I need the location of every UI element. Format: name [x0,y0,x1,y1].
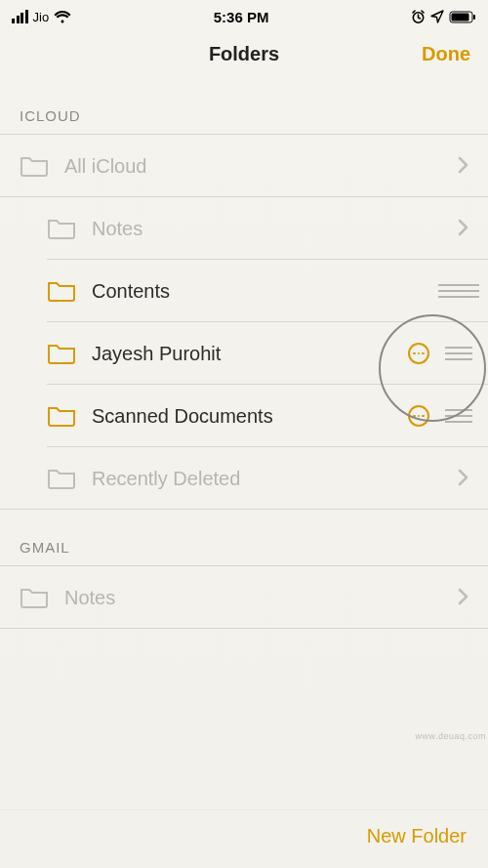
carrier-label: Jio [33,10,50,24]
status-left: Jio [12,10,71,24]
folder-label: Scanned Documents [92,405,408,428]
section-header-icloud: ICLOUD [0,78,488,135]
chevron-right-icon [453,152,472,180]
more-options-icon[interactable] [408,405,429,427]
folder-icon [47,342,76,365]
folder-icon [47,467,76,490]
page-title: Folders [209,43,279,65]
chevron-right-icon [453,465,472,492]
status-bar: Jio 5:36 PM [0,0,488,29]
folder-row-scanned[interactable]: Scanned Documents [0,385,488,447]
svg-rect-2 [451,13,468,21]
drag-handle-icon[interactable] [445,409,472,423]
chevron-right-icon [453,215,472,242]
gmail-folder-list: Notes [0,566,488,629]
folder-icon [20,154,49,178]
folder-label: Recently Deleted [92,468,453,490]
folder-row-contents[interactable]: Contents [0,260,488,322]
new-folder-button[interactable]: New Folder [367,825,467,847]
folder-label: Contents [92,280,445,303]
watermark: www.deuaq.com [415,731,486,741]
folder-icon [47,404,76,428]
icloud-folder-list: All iCloud Notes Con [0,135,488,510]
done-button[interactable]: Done [422,43,470,65]
section-header-gmail: GMAIL [0,510,488,566]
folder-row-notes-icloud[interactable]: Notes [0,197,488,260]
folder-label: Jayesh Purohit [92,343,408,365]
bottom-toolbar: New Folder [0,809,488,868]
folder-icon [47,217,76,240]
folder-row-all-icloud[interactable]: All iCloud [0,135,488,197]
folder-row-jayesh[interactable]: Jayesh Purohit [0,322,488,385]
cellular-signal-icon [12,10,28,23]
folder-row-recently-deleted[interactable]: Recently Deleted [0,447,488,510]
alarm-icon [411,10,426,24]
notes-folders-screen: Jio 5:36 PM Folders Done ICLOUD [0,0,488,868]
nav-bar: Folders Done [0,29,488,78]
location-icon [430,10,444,23]
chevron-right-icon [453,584,472,611]
drag-handle-icon[interactable] [445,284,472,298]
battery-icon [449,11,476,23]
folder-label: Notes [64,587,453,609]
svg-rect-3 [473,15,475,20]
folder-list-container: ICLOUD All iCloud Notes [0,78,488,809]
folder-icon [20,586,49,609]
more-options-icon[interactable] [408,343,429,364]
wifi-icon [54,11,71,23]
status-right [411,10,476,24]
folder-label: Notes [92,218,453,240]
clock: 5:36 PM [214,9,269,25]
drag-handle-icon[interactable] [445,347,472,360]
folder-row-notes-gmail[interactable]: Notes [0,566,488,629]
folder-label: All iCloud [64,155,453,178]
folder-icon [47,279,76,303]
